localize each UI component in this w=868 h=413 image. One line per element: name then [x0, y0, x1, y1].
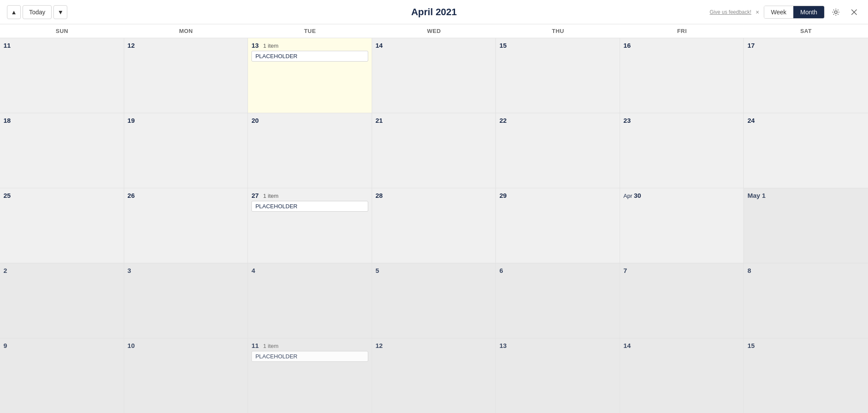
day-cell-apr24[interactable]: 24: [744, 113, 868, 188]
week-row-5: 9 10 11 1 item PLACEHOLDER 12 13 14 15: [0, 338, 868, 413]
day-cell-may6[interactable]: 6: [496, 263, 620, 338]
day-cell-apr19[interactable]: 19: [124, 113, 248, 188]
day-cell-apr30[interactable]: Apr 30: [620, 188, 744, 263]
calendar-grid: SUN MON TUE WED THU FRI SAT 11 12 13 1 i…: [0, 24, 868, 413]
day-cell-may1[interactable]: May 1: [744, 188, 868, 263]
day-cell-may7[interactable]: 7: [620, 263, 744, 338]
day-number: 5: [376, 267, 492, 274]
feedback-link[interactable]: Give us feedback!: [710, 9, 751, 15]
day-number: 3: [128, 267, 244, 274]
svg-point-0: [835, 11, 837, 13]
day-number: May 1: [747, 192, 865, 199]
day-cell-may4[interactable]: 4: [248, 263, 372, 338]
header-right-controls: Give us feedback! × Week Month: [710, 5, 861, 19]
day-number: 14: [624, 342, 740, 349]
item-count: 1 item: [263, 43, 278, 49]
day-number: 11 1 item: [251, 342, 368, 349]
day-cell-apr16[interactable]: 16: [620, 38, 744, 113]
day-cell-may11[interactable]: 11 1 item PLACEHOLDER: [248, 338, 372, 413]
day-cell-may3[interactable]: 3: [124, 263, 248, 338]
month-view-button[interactable]: Month: [793, 6, 824, 18]
day-cell-apr18[interactable]: 18: [0, 113, 124, 188]
day-number: 29: [499, 192, 616, 199]
day-number: 26: [128, 192, 244, 199]
week-row-1: 11 12 13 1 item PLACEHOLDER 14 15 16 17: [0, 38, 868, 113]
day-cell-may12[interactable]: 12: [372, 338, 496, 413]
day-number: 12: [128, 42, 244, 49]
day-header-wed: WED: [372, 24, 496, 38]
day-number: 13 1 item: [251, 42, 368, 49]
day-number: 23: [624, 117, 740, 124]
day-number: 10: [128, 342, 244, 349]
close-icon: [850, 8, 858, 16]
item-count: 1 item: [263, 193, 278, 199]
weeks-container: 11 12 13 1 item PLACEHOLDER 14 15 16 17: [0, 38, 868, 413]
day-cell-apr27[interactable]: 27 1 item PLACEHOLDER: [248, 188, 372, 263]
day-cell-apr26[interactable]: 26: [124, 188, 248, 263]
week-view-button[interactable]: Week: [764, 6, 794, 18]
event-chip[interactable]: PLACEHOLDER: [251, 201, 368, 212]
day-header-fri: FRI: [620, 24, 744, 38]
day-number: 8: [747, 267, 865, 274]
calendar-title: April 2021: [411, 7, 457, 18]
settings-button[interactable]: [829, 5, 843, 19]
day-number: 4: [251, 267, 368, 274]
week-row-4: 2 3 4 5 6 7 8: [0, 263, 868, 338]
day-cell-may10[interactable]: 10: [124, 338, 248, 413]
day-header-thu: THU: [496, 24, 620, 38]
day-cell-apr28[interactable]: 28: [372, 188, 496, 263]
day-number: 7: [624, 267, 740, 274]
day-number: 19: [128, 117, 244, 124]
week-row-2: 18 19 20 21 22 23 24: [0, 113, 868, 188]
day-cell-apr17[interactable]: 17: [744, 38, 868, 113]
day-cell-apr15[interactable]: 15: [496, 38, 620, 113]
day-header-mon: MON: [124, 24, 248, 38]
day-cell-may9[interactable]: 9: [0, 338, 124, 413]
day-number: 17: [747, 42, 865, 49]
day-cell-may2[interactable]: 2: [0, 263, 124, 338]
week-row-3: 25 26 27 1 item PLACEHOLDER 28 29 Apr 30…: [0, 188, 868, 263]
day-number: 15: [499, 42, 616, 49]
today-button[interactable]: Today: [23, 5, 52, 19]
day-number: 9: [3, 342, 120, 349]
day-cell-apr21[interactable]: 21: [372, 113, 496, 188]
day-number: 24: [747, 117, 865, 124]
day-header-sun: SUN: [0, 24, 124, 38]
day-number: 18: [3, 117, 120, 124]
day-cell-apr25[interactable]: 25: [0, 188, 124, 263]
day-header-tue: TUE: [248, 24, 372, 38]
day-number: 11: [3, 42, 120, 49]
day-number: 25: [3, 192, 120, 199]
day-cell-apr23[interactable]: 23: [620, 113, 744, 188]
day-headers-row: SUN MON TUE WED THU FRI SAT: [0, 24, 868, 38]
day-number: 6: [499, 267, 616, 274]
event-chip[interactable]: PLACEHOLDER: [251, 51, 368, 62]
calendar-header: ▲ Today ▼ April 2021 Give us feedback! ×…: [0, 0, 868, 24]
day-cell-apr12[interactable]: 12: [124, 38, 248, 113]
view-toggle: Week Month: [764, 6, 825, 19]
gear-icon: [832, 8, 840, 16]
event-chip[interactable]: PLACEHOLDER: [251, 351, 368, 362]
nav-controls: ▲ Today ▼: [7, 5, 67, 19]
day-number: 15: [747, 342, 865, 349]
close-button[interactable]: [847, 5, 861, 19]
day-cell-may5[interactable]: 5: [372, 263, 496, 338]
day-number: 13: [499, 342, 616, 349]
next-button[interactable]: ▼: [53, 5, 67, 19]
day-number: 28: [376, 192, 492, 199]
day-cell-apr22[interactable]: 22: [496, 113, 620, 188]
day-cell-apr13[interactable]: 13 1 item PLACEHOLDER: [248, 38, 372, 113]
day-cell-apr14[interactable]: 14: [372, 38, 496, 113]
day-cell-may14[interactable]: 14: [620, 338, 744, 413]
day-cell-apr20[interactable]: 20: [248, 113, 372, 188]
prev-button[interactable]: ▲: [7, 5, 21, 19]
day-number: 22: [499, 117, 616, 124]
day-cell-may8[interactable]: 8: [744, 263, 868, 338]
item-count: 1 item: [263, 343, 278, 349]
day-cell-apr29[interactable]: 29: [496, 188, 620, 263]
day-cell-may15[interactable]: 15: [744, 338, 868, 413]
close-feedback-button[interactable]: ×: [756, 9, 759, 16]
day-cell-may13[interactable]: 13: [496, 338, 620, 413]
day-number: 14: [376, 42, 492, 49]
day-cell-apr11[interactable]: 11: [0, 38, 124, 113]
